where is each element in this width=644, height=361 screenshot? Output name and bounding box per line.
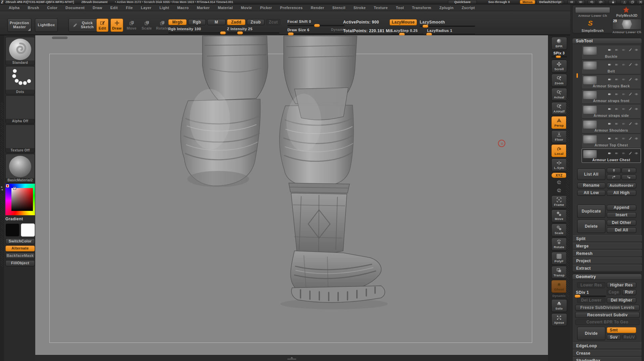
viewport-3d-model[interactable] <box>35 35 548 355</box>
active-tool-thumbnail[interactable] <box>575 7 610 13</box>
right-shelf-button[interactable]: AAHalf <box>551 102 567 115</box>
projection-master-button[interactable]: Projection Master <box>7 18 32 32</box>
menu-item[interactable]: Marker <box>193 6 214 10</box>
subtool-paint-icon[interactable] <box>628 47 633 51</box>
subtool-item[interactable]: Armour Lower Chest <box>582 148 641 163</box>
reconstruct-subdiv-button[interactable]: Reconstruct Subdiv <box>575 312 640 318</box>
right-shelf-button[interactable]: Transp <box>551 266 567 279</box>
polypaint-flat-icon[interactable] <box>621 136 627 139</box>
fill-object-button[interactable]: FillObject <box>5 260 35 266</box>
polypaint-colorize-icon[interactable] <box>607 150 612 154</box>
switch-color-button[interactable]: SwitchColor <box>5 238 35 244</box>
polypaint-colorize-icon[interactable] <box>607 121 612 125</box>
rename-button[interactable]: Rename <box>577 183 605 188</box>
rgb-intensity-knob[interactable] <box>220 31 226 35</box>
smt-button[interactable]: Smt <box>607 327 636 333</box>
polypaint-material-icon[interactable] <box>614 77 619 80</box>
rgb-button[interactable]: Rgb <box>188 19 206 25</box>
menu-item[interactable]: Tool <box>392 6 408 10</box>
right-shelf-button[interactable]: BPR <box>551 37 567 50</box>
polypaint-colorize-icon[interactable] <box>607 91 612 95</box>
lightbox-button[interactable]: LightBox <box>35 18 58 32</box>
higher-res-button[interactable]: Higher Res <box>607 282 636 288</box>
subtool-item[interactable]: Armour Shoulders <box>582 119 641 133</box>
subtool-paint-icon[interactable] <box>628 135 633 139</box>
subtool-item[interactable]: Belt <box>582 60 641 74</box>
convert-bpr-button[interactable]: Convert BPR To Geo <box>575 319 640 325</box>
polypaint-flat-icon[interactable] <box>621 150 627 154</box>
subtool-paint-icon[interactable] <box>628 106 633 110</box>
minimize-button[interactable] <box>620 0 627 4</box>
subtool-paint-icon[interactable] <box>628 76 633 80</box>
menu-item[interactable]: Color <box>43 6 61 10</box>
menu-item[interactable]: Zplugin <box>435 6 458 10</box>
subtool-visibility-icon[interactable] <box>634 62 639 65</box>
split-row[interactable]: Split <box>573 235 642 242</box>
right-shelf-button[interactable]: Dynamic <box>551 294 567 298</box>
rgb-intensity-slider[interactable] <box>168 32 226 34</box>
subtool-item[interactable]: Armour straps side <box>582 104 641 119</box>
menu-item[interactable]: File <box>122 6 137 10</box>
restore-button[interactable] <box>629 0 635 4</box>
polypaint-flat-icon[interactable] <box>621 62 627 65</box>
backface-mask-button[interactable]: BackfaceMask <box>5 253 35 259</box>
subtool-paint-icon[interactable] <box>628 91 633 95</box>
extract-row[interactable]: Extract <box>573 265 642 271</box>
menus-button[interactable]: Menus <box>520 0 535 4</box>
subtool-item[interactable]: Armour straps front <box>582 89 641 104</box>
polypaint-colorize-icon[interactable] <box>607 106 612 110</box>
material-selector[interactable]: BasicMaterial2 <box>5 154 35 183</box>
right-shelf-button[interactable]: Y <box>551 179 567 186</box>
delete-button[interactable]: Delete <box>577 220 605 233</box>
polypaint-colorize-icon[interactable] <box>607 136 612 139</box>
subtool-visibility-icon[interactable] <box>634 77 639 80</box>
polypaint-material-icon[interactable] <box>614 150 619 154</box>
right-shelf-button[interactable]: Persp <box>551 116 567 129</box>
alternate-button[interactable]: Alternate <box>5 245 35 252</box>
polypaint-material-icon[interactable] <box>614 47 619 51</box>
polypaint-material-icon[interactable] <box>614 62 619 65</box>
draw-size-slider[interactable] <box>287 33 344 35</box>
menu-item[interactable]: Macro <box>173 6 193 10</box>
right-shelf-button[interactable]: Scroll <box>551 60 567 73</box>
right-shelf-button[interactable]: Frame <box>551 195 567 208</box>
polypaint-flat-icon[interactable] <box>621 77 627 80</box>
polypaint-flat-icon[interactable] <box>621 47 627 51</box>
zcut-button[interactable]: Zcut <box>266 19 280 25</box>
quicksave-button[interactable]: QuickSave <box>448 0 477 4</box>
scale-mode-button[interactable]: S Scale <box>141 18 153 32</box>
append-button[interactable]: Append <box>607 205 636 211</box>
right-shelf-button[interactable]: Move <box>551 210 567 222</box>
suv-button[interactable]: Suv <box>607 334 621 340</box>
lower-res-button[interactable]: Lower Res <box>577 282 605 288</box>
right-shelf-button[interactable]: Xpose <box>551 313 567 326</box>
right-shelf-button[interactable]: x y z Floor <box>551 130 567 143</box>
right-shelf-button[interactable]: Z <box>551 187 567 194</box>
right-shelf-button[interactable]: Zoom <box>551 74 567 87</box>
menu-item[interactable]: Draw <box>89 6 106 10</box>
subtool-header[interactable]: SubTool <box>572 38 642 44</box>
zadd-button[interactable]: Zadd <box>227 19 245 25</box>
crease-row[interactable]: Crease <box>573 350 642 356</box>
lazy-smooth-knob[interactable] <box>422 25 428 28</box>
spix-knob[interactable] <box>556 55 561 58</box>
menu-item[interactable]: Zscript <box>458 6 479 10</box>
insert-button[interactable]: Insert <box>607 212 636 218</box>
subtool-paint-icon[interactable] <box>628 121 633 125</box>
rstr-button[interactable]: Rstr <box>622 289 636 295</box>
canvas-drag-handle[interactable] <box>52 37 67 39</box>
right-shelf-button[interactable]: Solo <box>551 299 567 312</box>
default-zscript-button[interactable]: DefaultZScript <box>537 0 564 4</box>
polypaint-flat-icon[interactable] <box>621 121 627 125</box>
sdiv-slider[interactable] <box>575 296 606 297</box>
current-tool-slot[interactable]: 29 <box>612 19 642 30</box>
menu-item[interactable]: Render <box>307 6 328 10</box>
subtool-visibility-icon[interactable] <box>634 47 639 51</box>
rotate-mode-button[interactable]: R Rotate <box>155 18 169 32</box>
polypaint-material-icon[interactable] <box>614 136 619 139</box>
polypaint-flat-icon[interactable] <box>621 106 627 110</box>
quick-sketch-button[interactable]: Quick Sketch <box>68 18 98 32</box>
cycle-ui-left-button[interactable] <box>588 0 596 4</box>
stroke-selector[interactable]: Dots <box>5 66 35 94</box>
menu-item[interactable]: Brush <box>24 6 43 10</box>
